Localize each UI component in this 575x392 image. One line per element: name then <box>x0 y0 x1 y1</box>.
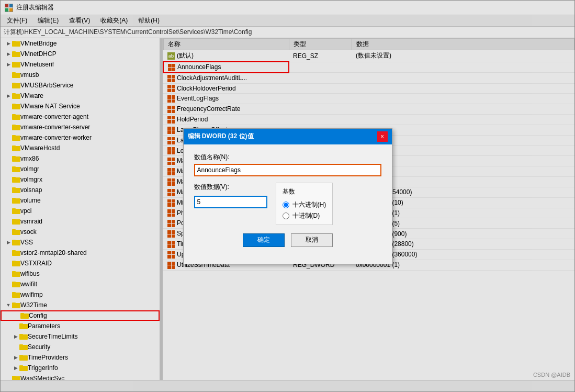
modal-title-bar: 编辑 DWORD (32 位)值 × <box>184 129 392 144</box>
modal-value-input[interactable] <box>194 196 267 208</box>
modal-base-group: 基数 十六进制(H) 十进制(D) <box>276 183 333 225</box>
modal-overlay: 编辑 DWORD (32 位)值 × 数值名称(N): 数值数据(V): 基数 … <box>0 0 575 392</box>
modal-name-label: 数值名称(N): <box>194 153 381 162</box>
hex-radio[interactable] <box>283 201 289 208</box>
dec-label: 十进制(D) <box>292 211 320 220</box>
modal-value-row: 数值数据(V): 基数 十六进制(H) 十进制(D) <box>194 183 381 225</box>
modal-body: 数值名称(N): 数值数据(V): 基数 十六进制(H) 十进制(D) <box>184 144 392 264</box>
modal-name-input[interactable] <box>194 164 381 176</box>
modal-buttons: 确定 取消 <box>194 233 381 255</box>
hex-label: 十六进制(H) <box>292 200 326 209</box>
cancel-button[interactable]: 取消 <box>291 233 333 247</box>
modal-close-button[interactable]: × <box>377 131 388 142</box>
dec-radio-label[interactable]: 十进制(D) <box>283 211 326 220</box>
modal-value-label: 数值数据(V): <box>194 183 267 192</box>
modal-base-title: 基数 <box>283 187 326 196</box>
dec-radio[interactable] <box>283 212 289 219</box>
modal-title: 编辑 DWORD (32 位)值 <box>188 132 254 141</box>
edit-dword-dialog: 编辑 DWORD (32 位)值 × 数值名称(N): 数值数据(V): 基数 … <box>183 128 392 264</box>
hex-radio-label[interactable]: 十六进制(H) <box>283 200 326 209</box>
ok-button[interactable]: 确定 <box>243 233 285 247</box>
